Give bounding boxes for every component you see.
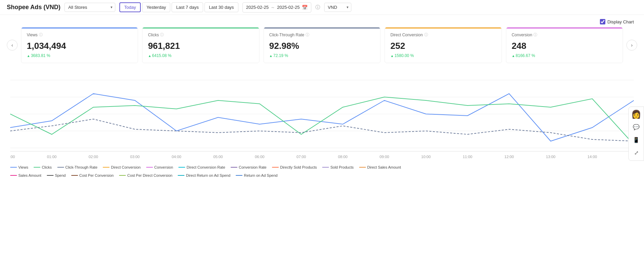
legend-sa-line <box>10 175 17 176</box>
chart-svg: 00:00 01:00 02:00 03:00 04:00 05:00 06:0… <box>10 66 634 161</box>
legend-roas: Return on Ad Spend <box>236 173 277 177</box>
card-clicks: Clicks ⓘ 961,821 ▲ 6415.08 % <box>142 27 259 63</box>
header: Shopee Ads (VND) All Stores Today Yester… <box>0 0 644 15</box>
legend-cpc: Cost Per Conversion <box>71 173 114 177</box>
display-chart-label: Display Chart <box>607 19 634 24</box>
legend-clicks-line <box>34 167 40 168</box>
display-chart-row: Display Chart <box>0 15 644 27</box>
prev-card-button[interactable]: ‹ <box>7 40 18 51</box>
legend-cpdc: Cost Per Direct Conversion <box>119 173 172 177</box>
legend-sa-label: Sales Amount <box>18 173 41 177</box>
date-to: 2025-02-25 <box>277 5 300 10</box>
date-range[interactable]: 2025-02-25 ～ 2025-02-25 📅 <box>242 2 311 13</box>
date-btn-7days[interactable]: Last 7 days <box>172 2 203 12</box>
legend-conversion: Conversion <box>146 165 173 169</box>
legend-sp-label: Sold Products <box>330 165 353 169</box>
chart-svg-wrap: 00:00 01:00 02:00 03:00 04:00 05:00 06:0… <box>10 66 634 163</box>
legend-ctr-line <box>57 167 64 168</box>
legend-cpc-line <box>71 175 78 176</box>
legend-dsa-line <box>359 167 366 168</box>
legend-dsa: Direct Sales Amount <box>359 165 401 169</box>
card-dc-value: 252 <box>390 41 496 51</box>
svg-text:07:00: 07:00 <box>296 155 306 159</box>
help-icon[interactable]: ⓘ <box>315 4 320 11</box>
card-views-help[interactable]: ⓘ <box>39 32 43 37</box>
legend-views: Views <box>10 165 28 169</box>
next-card-button[interactable]: › <box>626 40 637 51</box>
store-select[interactable]: All Stores <box>64 3 115 12</box>
legend-sp: Sold Products <box>322 165 353 169</box>
legend-spend-line <box>47 175 54 176</box>
legend-cpc-label: Cost Per Conversion <box>79 173 114 177</box>
svg-text:06:00: 06:00 <box>255 155 265 159</box>
legend-cpdc-line <box>119 175 126 176</box>
date-buttons: Today Yesterday Last 7 days Last 30 days <box>119 2 238 12</box>
svg-text:10:00: 10:00 <box>421 155 431 159</box>
legend-sp-line <box>322 167 329 168</box>
legend-conv-line <box>146 167 153 168</box>
date-sep: ～ <box>271 4 275 11</box>
chat-icon[interactable]: 💬 <box>630 121 642 133</box>
currency-select[interactable]: VND <box>324 3 351 12</box>
legend-cr-line <box>231 167 237 168</box>
svg-text:00:00: 00:00 <box>10 155 15 159</box>
legend-views-label: Views <box>18 165 28 169</box>
legend-row1: Views Clicks Click-Through Rate Direct C… <box>0 163 644 171</box>
svg-text:11:00: 11:00 <box>463 155 472 159</box>
display-chart-checkbox[interactable] <box>600 19 605 24</box>
card-ctr-title: Click-Through Rate ⓘ <box>269 32 375 37</box>
svg-text:02:00: 02:00 <box>89 155 98 159</box>
legend-dsp: Directly Sold Products <box>272 165 317 169</box>
legend-cr-label: Conversion Rate <box>239 165 267 169</box>
legend-clicks-label: Clicks <box>42 165 52 169</box>
legend-views-line <box>10 167 17 168</box>
card-conversion: Conversion ⓘ 248 ▲ 8166.67 % <box>506 27 623 63</box>
card-conv-change: ▲ 8166.67 % <box>512 53 617 58</box>
card-ctr-help[interactable]: ⓘ <box>306 32 309 37</box>
store-select-wrap: All Stores <box>64 3 115 12</box>
avatar[interactable]: 👩 <box>630 108 642 120</box>
legend-ctr: Click-Through Rate <box>57 165 98 169</box>
legend-sa: Sales Amount <box>10 173 41 177</box>
date-btn-yesterday[interactable]: Yesterday <box>142 2 170 12</box>
card-clicks-help[interactable]: ⓘ <box>160 32 164 37</box>
date-btn-30days[interactable]: Last 30 days <box>204 2 238 12</box>
date-btn-today[interactable]: Today <box>119 2 141 12</box>
legend-dsa-label: Direct Sales Amount <box>367 165 401 169</box>
svg-text:04:00: 04:00 <box>172 155 181 159</box>
legend-cpdc-label: Cost Per Direct Conversion <box>127 173 172 177</box>
legend-dc-line <box>103 167 110 168</box>
legend-direct-conversion: Direct Conversion <box>103 165 140 169</box>
svg-text:05:00: 05:00 <box>213 155 223 159</box>
calendar-icon: 📅 <box>302 5 308 10</box>
card-conv-help[interactable]: ⓘ <box>533 32 537 37</box>
legend-dsp-line <box>272 167 279 168</box>
legend-dsp-label: Directly Sold Products <box>280 165 317 169</box>
legend-roas-line <box>236 175 242 176</box>
legend-spend-label: Spend <box>55 173 66 177</box>
legend-cr: Conversion Rate <box>231 165 267 169</box>
card-views-change: ▲ 3683.81 % <box>27 53 132 58</box>
page-title: Shopee Ads (VND) <box>7 4 60 11</box>
chart-area: 00:00 01:00 02:00 03:00 04:00 05:00 06:0… <box>0 63 644 163</box>
card-views-value: 1,034,494 <box>27 41 132 51</box>
cards-container: Views ⓘ 1,034,494 ▲ 3683.81 % Clicks ⓘ 9… <box>18 27 626 63</box>
legend-dcr-line <box>178 167 185 168</box>
legend-dcr-label: Direct Conversion Rate <box>187 165 225 169</box>
legend-ctr-label: Click-Through Rate <box>65 165 98 169</box>
maximize-icon[interactable]: ⤢ <box>630 147 642 159</box>
card-clicks-title: Clicks ⓘ <box>148 32 253 37</box>
legend-clicks: Clicks <box>34 165 52 169</box>
legend-roas-label: Return on Ad Spend <box>244 173 277 177</box>
card-clicks-value: 961,821 <box>148 41 253 51</box>
legend-spend: Spend <box>47 173 66 177</box>
mobile-icon[interactable]: 📱 <box>630 134 642 146</box>
card-dc-change: ▲ 1580.00 % <box>390 53 496 58</box>
svg-text:14:00: 14:00 <box>587 155 597 159</box>
card-dc-help[interactable]: ⓘ <box>424 32 428 37</box>
card-conv-value: 248 <box>512 41 617 51</box>
legend-droas-label: Direct Return on Ad Spend <box>186 173 230 177</box>
card-ctr-change: ▲ 72.19 % <box>269 53 375 58</box>
card-conv-title: Conversion ⓘ <box>512 32 617 37</box>
svg-text:12:00: 12:00 <box>504 155 514 159</box>
